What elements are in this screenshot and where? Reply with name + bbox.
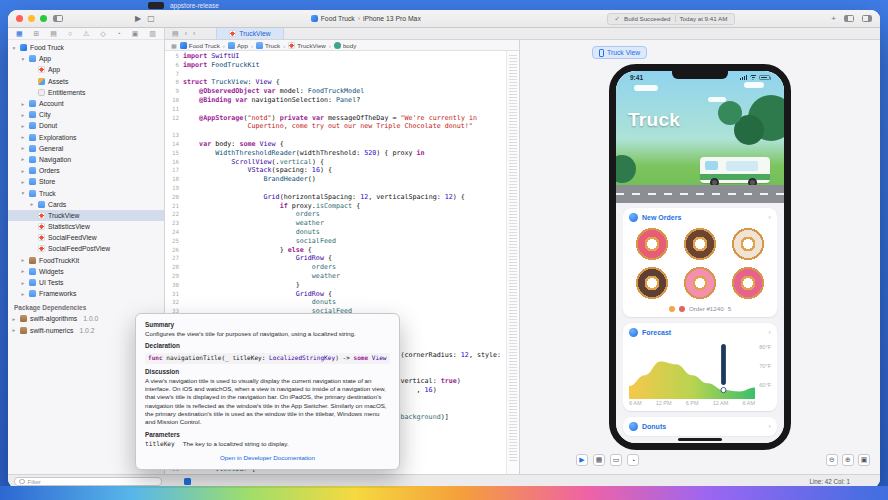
stop-button[interactable]: ▢ (147, 15, 155, 23)
library-plus-icon[interactable]: + (831, 15, 836, 23)
preview-device-chip[interactable]: Truck View (592, 46, 647, 59)
package-icon (20, 315, 27, 322)
test-navigator-icon[interactable]: ◇ (100, 30, 105, 38)
breadcrumb-item[interactable]: Food Truck (180, 42, 220, 49)
breadcrumb-label: App (237, 42, 248, 49)
navigator-item[interactable]: ▾App (8, 53, 164, 64)
zoom-window-button[interactable] (40, 15, 47, 22)
navigator-item[interactable]: SocialFeedPostView (8, 243, 164, 254)
navigator-item[interactable]: App (8, 64, 164, 75)
minimap[interactable] (506, 51, 519, 474)
open-in-developer-documentation-link[interactable]: Open in Developer Documentation (145, 454, 390, 462)
chevron-right-icon: › (768, 213, 771, 222)
debug-navigator-icon[interactable]: ◔ (117, 30, 121, 37)
cloud (744, 82, 764, 88)
tab-label: TruckView (239, 30, 270, 37)
code-line: 26 } else { (165, 246, 506, 255)
editor-options-icon[interactable] (844, 15, 854, 22)
breadcrumb-item[interactable]: body (334, 42, 356, 49)
navigator-item[interactable]: ▾Food Truck (8, 42, 164, 53)
navigator-item[interactable]: StatisticsView (8, 221, 164, 232)
disclosure-icon: ▸ (20, 134, 26, 140)
disclosure-icon: ▸ (11, 316, 17, 322)
breadcrumb-item[interactable]: TruckView (288, 42, 326, 49)
disclosure-icon: ▾ (20, 56, 26, 62)
device-settings-button[interactable]: ▭ (610, 454, 622, 466)
navigator-item[interactable]: Assets (8, 76, 164, 87)
breakpoint-navigator-icon[interactable]: ▣ (132, 30, 139, 38)
navigator-item-label: Food Truck (30, 44, 64, 51)
environment-overrides-button[interactable]: ◔ (627, 454, 639, 466)
activity-status[interactable]: ✓ Build Succeeded Today at 9:41 AM (607, 13, 736, 25)
line-number: 27 (165, 254, 183, 263)
forecast-title: Forecast (642, 329, 671, 336)
navigator-item[interactable]: ▸Navigation (8, 154, 164, 165)
issue-navigator-icon[interactable]: ⚠ (83, 30, 89, 38)
breadcrumb-item[interactable]: App (228, 42, 248, 49)
live-preview-button[interactable]: ▶ (576, 454, 588, 466)
code-line: 29 weather (165, 272, 506, 281)
navigator-item[interactable]: ▸Orders (8, 165, 164, 176)
close-button[interactable] (16, 15, 23, 22)
line-number: 17 (165, 166, 183, 175)
swift-icon (288, 42, 295, 49)
bookmarks-navigator-icon[interactable]: ▤ (50, 30, 57, 38)
navigator-item[interactable]: Entitlements (8, 87, 164, 98)
folder-icon (29, 156, 36, 163)
related-items-icon[interactable]: ▤ (172, 30, 179, 38)
navigator-item[interactable]: ▸Frameworks (8, 288, 164, 299)
navigator-item[interactable]: ▸Explorations (8, 132, 164, 143)
forecast-chart (629, 341, 755, 399)
code-line: 25 socialFeed (165, 237, 506, 246)
tab-truckview[interactable]: TruckView (216, 28, 283, 39)
zoom-fit-button[interactable]: ▣ (858, 454, 870, 466)
scheme-selector[interactable]: Food Truck › iPhone 13 Pro Max (311, 15, 421, 22)
filter-field[interactable]: Filter (14, 477, 162, 486)
y-axis-label: 80°F (759, 344, 771, 350)
line-number: 26 (165, 246, 183, 255)
toggle-navigator-icon[interactable] (53, 15, 63, 22)
navigator-item[interactable]: TruckView (8, 210, 164, 221)
wifi-icon (750, 75, 757, 80)
source-control-navigator-icon[interactable]: ⊞ (34, 30, 40, 38)
disclosure-icon: ▸ (20, 257, 26, 263)
line-number: 11 (165, 105, 183, 114)
breadcrumb-label: Food Truck (189, 42, 220, 49)
jump-bar-menu-icon[interactable]: ▦ (171, 42, 177, 49)
navigator-item[interactable]: ▸Store (8, 176, 164, 187)
navigator-item[interactable]: ▸Account (8, 98, 164, 109)
find-navigator-icon[interactable]: ○ (68, 30, 72, 37)
donut-grid (629, 226, 771, 301)
zoom-out-button[interactable]: ⊖ (826, 454, 838, 466)
navigator-item[interactable]: ▸FoodTruckKit (8, 255, 164, 266)
line-number: 12 (165, 114, 183, 123)
code-line: 5import SwiftUI (165, 52, 506, 61)
navigator-item[interactable]: ▸Donut (8, 120, 164, 131)
editor-mode-indicator[interactable] (184, 478, 191, 485)
menu-bar-status-chip (148, 2, 164, 9)
back-icon[interactable]: ‹ (185, 30, 187, 37)
package-version: 1.0.2 (79, 327, 94, 334)
forward-icon[interactable]: › (193, 30, 195, 37)
disclosure-icon: ▸ (11, 327, 17, 333)
navigator-item[interactable]: ▸Cards (8, 199, 164, 210)
variants-button[interactable]: ▦ (593, 454, 605, 466)
zoom-in-button[interactable]: ⊕ (842, 454, 854, 466)
navigator-item[interactable]: ▸General (8, 143, 164, 154)
line-number: 30 (165, 281, 183, 290)
x-axis-label: 6 AM (629, 400, 642, 406)
report-navigator-icon[interactable]: ▥ (149, 30, 156, 38)
disclosure-icon: ▸ (29, 201, 35, 207)
navigator-item[interactable]: ▸UI Tests (8, 277, 164, 288)
navigator-item[interactable]: ▸City (8, 109, 164, 120)
navigator-item-label: Orders (39, 167, 60, 174)
navigator-item[interactable]: ▸Widgets (8, 266, 164, 277)
navigator-item[interactable]: ▾Truck (8, 187, 164, 198)
run-button[interactable]: ▶ (135, 15, 141, 23)
navigator-item[interactable]: SocialFeedView (8, 232, 164, 243)
project-navigator-icon[interactable]: ▦ (16, 30, 23, 38)
toggle-inspector-icon[interactable] (862, 15, 872, 22)
breadcrumb-item[interactable]: Truck (256, 42, 280, 49)
minimize-button[interactable] (28, 15, 35, 22)
popover-declaration-code: func navigationTitle(_ titleKey: Localiz… (145, 353, 390, 364)
